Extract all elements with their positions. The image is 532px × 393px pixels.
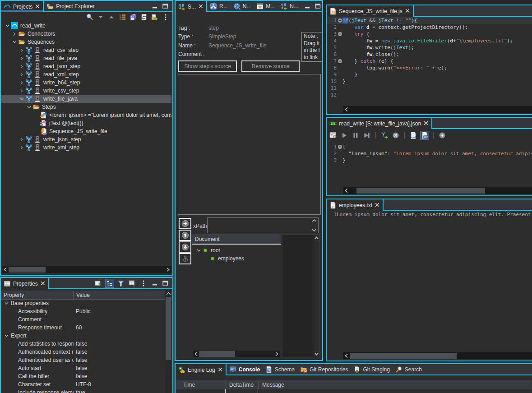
arrow-down-circle-button[interactable] xyxy=(179,241,191,253)
code-line[interactable]: 3 try { xyxy=(327,31,532,37)
message-column-header[interactable]: Message xyxy=(259,380,532,389)
spinner-down-icon[interactable] xyxy=(311,229,318,231)
tab-search[interactable]: Search xyxy=(393,366,425,373)
chevron-down-icon[interactable] xyxy=(18,95,25,102)
minimize-button[interactable] xyxy=(152,281,158,286)
code-line[interactable]: 7 } catch (e) { xyxy=(327,58,532,65)
property-row[interactable]: Comment xyxy=(1,315,165,324)
projects-hscrollbar[interactable] xyxy=(2,266,171,273)
tree-mode-button[interactable] xyxy=(106,279,114,287)
code-line[interactable]: 6 fw.close(); xyxy=(327,51,532,58)
property-row[interactable]: Auto startfalse xyxy=(1,364,165,372)
chevron-right-icon[interactable] xyxy=(18,55,25,62)
arrow-up-circle-button[interactable] xyxy=(179,230,191,241)
chevron-right-icon[interactable] xyxy=(18,136,25,143)
code-line[interactable]: 1{ xyxy=(327,143,532,150)
scroll-thumb[interactable] xyxy=(199,351,235,357)
close-icon[interactable] xyxy=(423,120,429,126)
property-row[interactable]: Authenticated context requiredfalse xyxy=(1,348,165,356)
scroll-left-icon[interactable] xyxy=(343,187,350,194)
tree-row[interactable]: write_json_step xyxy=(1,135,171,143)
generate-xml-button[interactable] xyxy=(380,131,389,139)
show-source-button[interactable]: Show step's source xyxy=(178,60,237,72)
minimize-button[interactable] xyxy=(305,4,311,9)
fold-collapse-icon[interactable] xyxy=(337,32,342,37)
xpath-input[interactable] xyxy=(207,217,319,233)
code-line[interactable]: 9 } xyxy=(327,71,532,78)
txt-content-area[interactable]: 1Lorem ipsum dolor sit amet, consectetur… xyxy=(327,211,532,351)
close-icon[interactable] xyxy=(217,367,223,373)
tab-projects[interactable]: Projects xyxy=(1,1,43,12)
scroll-left-icon[interactable] xyxy=(2,266,9,273)
chevron-right-icon[interactable] xyxy=(18,71,25,78)
chevron-down-icon[interactable] xyxy=(195,247,202,254)
pause-button[interactable] xyxy=(352,131,360,139)
code-line[interactable]: 3} xyxy=(327,157,532,164)
properties-vscrollbar[interactable] xyxy=(165,290,171,393)
document-header[interactable]: Document xyxy=(192,234,281,245)
tree-row[interactable]: read_xml_step xyxy=(1,70,171,79)
tree-row[interactable]: <lorem_ipsum> ="Lorem ipsum dolor sit am… xyxy=(1,111,171,119)
show-advanced-button[interactable] xyxy=(128,279,136,287)
engine-config-button[interactable] xyxy=(329,131,337,139)
property-row[interactable]: Character setUTF-8 xyxy=(1,380,165,388)
source-xml-area[interactable] xyxy=(178,74,321,215)
stop-circle-button[interactable] xyxy=(392,131,400,139)
code-line[interactable]: 1Lorem ipsum dolor sit amet, consectetur… xyxy=(327,211,532,218)
json-code-area[interactable]: 1{2 "lorem_ipsum": "Lorem ipsum dolor si… xyxy=(327,143,532,184)
step-over-button[interactable] xyxy=(363,131,371,139)
code-line[interactable]: 5 fw.write(jText); xyxy=(327,44,532,51)
xml-output-button[interactable]: xml xyxy=(409,131,417,139)
scroll-left-icon[interactable] xyxy=(343,352,350,359)
tree-row[interactable]: jText @(text()) xyxy=(1,119,171,127)
scroll-thumb[interactable] xyxy=(356,188,485,194)
time-column-header[interactable]: Time xyxy=(176,380,226,389)
json-output-button[interactable]: JSON xyxy=(421,131,429,139)
tab-engine-log[interactable]: Engine Log xyxy=(176,364,226,375)
close-icon[interactable] xyxy=(35,4,40,9)
tab-employees-txt[interactable]: employees.txt xyxy=(327,199,383,211)
tab-schema[interactable]: SSchema xyxy=(263,366,297,373)
tab-s-[interactable]: S... xyxy=(176,1,206,12)
code-line[interactable]: 4 fw = new java.io.FileWriter(d+"\\emplo… xyxy=(327,37,532,44)
node-list-vscrollbar[interactable] xyxy=(314,235,319,357)
tab-n-[interactable]: N... xyxy=(231,3,254,10)
code-line[interactable]: 10} xyxy=(327,78,532,85)
chevron-right-icon[interactable] xyxy=(18,63,25,70)
chevron-down-icon[interactable] xyxy=(4,22,11,29)
js-hscrollbar[interactable] xyxy=(343,106,532,113)
property-row[interactable]: Authenticated user as cache keyfalse xyxy=(1,356,165,364)
fold-collapse-icon[interactable] xyxy=(337,18,342,23)
property-row[interactable]: Include response elementtrue xyxy=(1,388,165,393)
tab-read-write-s-write-file-java-json[interactable]: read_write [S: write_file_java].json xyxy=(327,118,431,129)
tree-row[interactable]: Sequence_JS_write_file xyxy=(1,127,171,135)
refresh-button[interactable] xyxy=(140,13,148,21)
property-row[interactable]: Call the billerfalse xyxy=(1,372,165,380)
json-hscrollbar[interactable] xyxy=(343,187,532,194)
arrow-right-circle-button[interactable] xyxy=(179,218,191,229)
chevron-down-icon[interactable] xyxy=(11,38,18,46)
play-button[interactable] xyxy=(340,131,348,139)
close-icon[interactable] xyxy=(375,202,380,208)
collapse-all-button[interactable] xyxy=(97,13,105,21)
view-menu-button[interactable] xyxy=(162,13,170,21)
code-line[interactable]: 2 "lorem_ipsum": "Lorem ipsum dolor sit … xyxy=(327,150,532,157)
close-icon[interactable] xyxy=(198,4,204,9)
tree-row[interactable]: read_csv_step xyxy=(1,46,171,54)
scroll-thumb[interactable] xyxy=(9,267,46,273)
anchor-button[interactable] xyxy=(179,253,191,264)
chevron-down-icon[interactable] xyxy=(3,300,10,307)
remove-source-button[interactable]: Remove source xyxy=(241,60,300,72)
tree-row[interactable]: Sequences xyxy=(1,38,171,46)
txt-hscrollbar[interactable] xyxy=(343,352,532,359)
tab-m-[interactable]: M... xyxy=(254,3,278,10)
tab-git-staging[interactable]: Git Staging xyxy=(351,366,392,373)
scroll-right-icon[interactable] xyxy=(165,266,171,273)
code-line[interactable]: 1if(jText && jText != ""){ xyxy=(327,17,532,24)
scroll-left-icon[interactable] xyxy=(343,106,350,113)
property-group-row[interactable]: Expert xyxy=(1,332,165,340)
xpath-hscrollbar[interactable] xyxy=(193,351,280,357)
link-with-editor-button[interactable] xyxy=(118,13,126,21)
chevron-right-icon[interactable] xyxy=(18,79,25,86)
chevron-right-icon[interactable] xyxy=(18,144,25,151)
